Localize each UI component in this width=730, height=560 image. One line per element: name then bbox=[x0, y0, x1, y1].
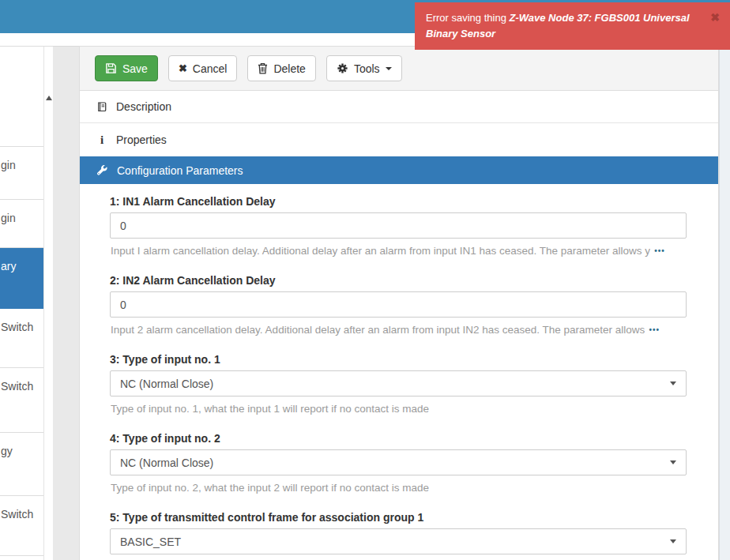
select-caret-icon bbox=[670, 539, 676, 543]
param-label: 4: Type of input no. 2 bbox=[110, 432, 687, 445]
section-configuration-parameters[interactable]: Configuration Parameters bbox=[80, 156, 718, 184]
param-help: Type of input no. 1, what the input 1 wi… bbox=[111, 403, 687, 415]
page-scrollbar-track[interactable] bbox=[719, 46, 730, 560]
section-description[interactable]: Description bbox=[80, 91, 718, 123]
scroll-up-icon[interactable] bbox=[46, 96, 52, 100]
param-help-text: Type of input no. 2, what the input 2 wi… bbox=[111, 482, 429, 494]
tools-button-label: Tools bbox=[354, 63, 380, 74]
sidebar-thing-label: Switch bbox=[1, 380, 33, 393]
section-configuration-label: Configuration Parameters bbox=[117, 164, 243, 177]
things-sidebar: gin gin ary Switch Switch gy Switch bbox=[0, 46, 53, 560]
sidebar-thing-label: gin bbox=[1, 159, 16, 171]
param-text-input[interactable]: 0 bbox=[110, 291, 687, 318]
param-select[interactable]: NC (Normal Close) bbox=[110, 370, 687, 397]
cancel-button[interactable]: ✖ Cancel bbox=[168, 55, 238, 81]
config-param: 3: Type of input no. 1 NC (Normal Close)… bbox=[110, 353, 687, 432]
error-toast: Error saving thing Z-Wave Node 37: FGBS0… bbox=[415, 2, 730, 50]
gear-icon bbox=[337, 62, 348, 74]
section-properties[interactable]: i Properties bbox=[80, 123, 718, 156]
thing-config-panel: Save ✖ Cancel Delete bbox=[79, 46, 719, 560]
param-value: 0 bbox=[120, 299, 126, 311]
toast-close-icon[interactable]: ✖ bbox=[710, 9, 720, 25]
page-background-gap bbox=[53, 46, 79, 560]
config-params-list: 1: IN1 Alarm Cancellation Delay 0 Input … bbox=[80, 184, 718, 560]
info-icon: i bbox=[96, 133, 107, 147]
config-param: 1: IN1 Alarm Cancellation Delay 0 Input … bbox=[110, 195, 687, 274]
sidebar-thing-item[interactable]: Switch bbox=[0, 309, 43, 368]
save-floppy-icon bbox=[105, 62, 117, 74]
sidebar-thing-item[interactable] bbox=[0, 47, 43, 147]
sidebar-thing-label: ary bbox=[1, 260, 16, 272]
toast-message-prefix: Error saving thing bbox=[426, 12, 510, 24]
tools-button[interactable]: Tools bbox=[326, 55, 402, 81]
sidebar-thing-label: Switch bbox=[1, 508, 33, 521]
trash-icon bbox=[258, 62, 268, 74]
sidebar-thing-item[interactable]: gy bbox=[0, 433, 43, 496]
config-param: 2: IN2 Alarm Cancellation Delay 0 Input … bbox=[110, 274, 687, 353]
param-label: 2: IN2 Alarm Cancellation Delay bbox=[110, 274, 687, 287]
config-toolbar: Save ✖ Cancel Delete bbox=[80, 47, 718, 91]
sidebar-scrollbar[interactable] bbox=[45, 47, 53, 560]
select-caret-icon bbox=[670, 460, 676, 464]
param-value: NC (Normal Close) bbox=[120, 378, 213, 390]
sidebar-thing-label: gin bbox=[1, 212, 16, 224]
section-properties-label: Properties bbox=[116, 133, 167, 146]
sidebar-thing-item[interactable]: gin bbox=[0, 147, 43, 200]
config-param: 5: Type of transmitted control frame for… bbox=[110, 511, 687, 560]
param-value: 0 bbox=[120, 220, 126, 232]
select-caret-icon bbox=[670, 381, 676, 385]
section-description-label: Description bbox=[116, 100, 171, 113]
param-help-text: Input 2 alarm cancellation delay. Additi… bbox=[111, 324, 645, 336]
param-select[interactable]: BASIC_SET bbox=[110, 528, 687, 554]
delete-button[interactable]: Delete bbox=[247, 55, 315, 81]
sidebar-thing-label: gy bbox=[1, 445, 13, 457]
param-help: Input I alarm cancellation delay. Additi… bbox=[111, 245, 687, 257]
param-select[interactable]: NC (Normal Close) bbox=[110, 449, 687, 475]
sidebar-thing-item[interactable]: Switch bbox=[0, 368, 43, 433]
param-help-text: Input I alarm cancellation delay. Additi… bbox=[111, 245, 650, 257]
config-param: 4: Type of input no. 2 NC (Normal Close)… bbox=[110, 432, 687, 511]
sidebar-thing-item[interactable]: gin bbox=[0, 200, 43, 248]
cancel-button-label: Cancel bbox=[193, 63, 228, 74]
param-help-text: Type of input no. 1, what the input 1 wi… bbox=[111, 403, 429, 415]
param-help: Type of input no. 2, what the input 2 wi… bbox=[111, 482, 687, 494]
save-button-label: Save bbox=[122, 63, 148, 74]
param-value: NC (Normal Close) bbox=[120, 457, 213, 469]
chevron-down-icon bbox=[386, 67, 392, 70]
delete-button-label: Delete bbox=[273, 63, 305, 74]
book-icon bbox=[96, 101, 107, 113]
param-value: BASIC_SET bbox=[120, 536, 181, 548]
sidebar-thing-item[interactable]: ary bbox=[0, 248, 43, 309]
save-button[interactable]: Save bbox=[95, 55, 158, 81]
sidebar-thing-item[interactable]: Switch bbox=[0, 496, 43, 556]
param-help: Input 2 alarm cancellation delay. Additi… bbox=[111, 324, 687, 336]
cancel-x-icon: ✖ bbox=[179, 63, 187, 73]
param-label: 1: IN1 Alarm Cancellation Delay bbox=[110, 195, 687, 208]
more-ellipsis-link[interactable]: ••• bbox=[649, 325, 660, 334]
sidebar-thing-list: gin gin ary Switch Switch gy Switch bbox=[0, 47, 44, 560]
more-ellipsis-link[interactable]: ••• bbox=[654, 246, 665, 255]
param-label: 3: Type of input no. 1 bbox=[110, 353, 687, 366]
sidebar-thing-label: Switch bbox=[1, 321, 33, 333]
param-text-input[interactable]: 0 bbox=[110, 212, 687, 239]
param-label: 5: Type of transmitted control frame for… bbox=[110, 511, 687, 524]
wrench-icon bbox=[96, 164, 108, 176]
